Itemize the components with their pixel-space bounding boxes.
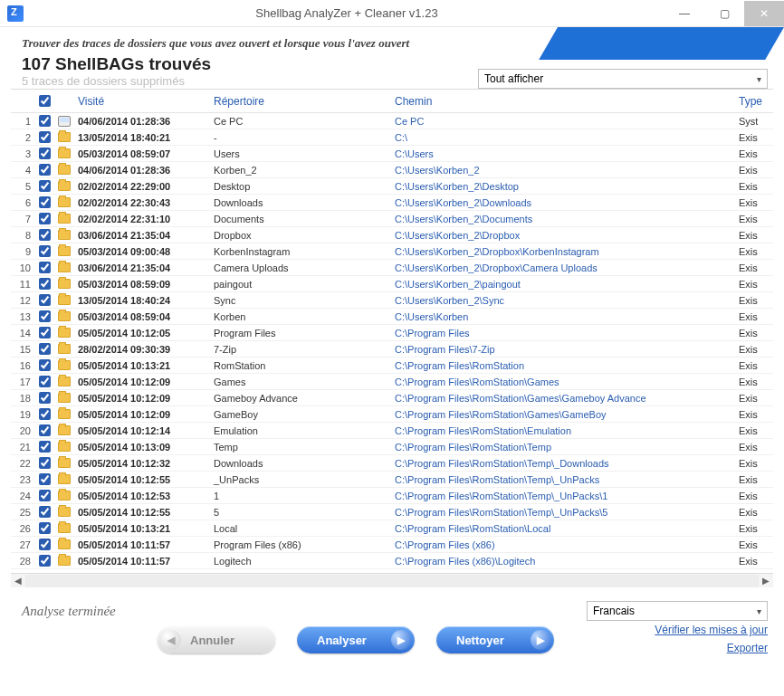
col-check-header[interactable] <box>34 95 54 107</box>
row-checkbox-cell[interactable] <box>34 490 54 501</box>
row-checkbox-cell[interactable] <box>34 164 54 176</box>
row-checkbox-cell[interactable] <box>34 343 54 355</box>
row-checkbox-cell[interactable] <box>34 245 54 257</box>
analyze-button[interactable]: Analyser ▶ <box>297 626 415 653</box>
table-row[interactable]: 2205/05/2014 10:12:32DownloadsC:\Program… <box>11 455 773 472</box>
language-dropdown[interactable]: Francais ▾ <box>587 601 768 621</box>
row-checkbox[interactable] <box>39 164 51 176</box>
select-all-checkbox[interactable] <box>39 95 51 107</box>
row-checkbox-cell[interactable] <box>34 115 54 127</box>
table-row[interactable]: 1003/06/2014 21:35:04Camera UploadsC:\Us… <box>11 260 773 276</box>
row-checkbox[interactable] <box>39 522 51 534</box>
row-checkbox[interactable] <box>39 310 51 322</box>
row-checkbox[interactable] <box>39 408 51 420</box>
row-checkbox[interactable] <box>39 473 51 485</box>
table-row[interactable]: 1105/03/2014 08:59:09paingoutC:\Users\Ko… <box>11 276 773 292</box>
table-row[interactable]: 1805/05/2014 10:12:09Gameboy AdvanceC:\P… <box>11 390 773 406</box>
table-row[interactable]: 803/06/2014 21:35:04DropboxC:\Users\Korb… <box>11 227 773 243</box>
table-row[interactable]: 2805/05/2014 10:11:57LogitechC:\Program … <box>11 553 773 569</box>
row-checkbox-cell[interactable] <box>34 359 54 371</box>
row-checkbox[interactable] <box>39 539 51 550</box>
table-row[interactable]: 1405/05/2014 10:12:05Program FilesC:\Pro… <box>11 325 773 341</box>
table-row[interactable]: 213/05/2014 18:40:21-C:\Exis <box>11 129 773 146</box>
row-checkbox-cell[interactable] <box>34 457 54 469</box>
col-visite-header[interactable]: Visité <box>74 95 210 108</box>
maximize-button[interactable]: ▢ <box>704 1 744 26</box>
table-row[interactable]: 905/03/2014 09:00:48KorbenInstagramC:\Us… <box>11 243 773 260</box>
row-checkbox[interactable] <box>39 506 51 518</box>
row-checkbox-cell[interactable] <box>34 310 54 322</box>
table-row[interactable]: 2005/05/2014 10:12:14EmulationC:\Program… <box>11 423 773 439</box>
row-checkbox-cell[interactable] <box>34 522 54 534</box>
table-row[interactable]: 305/03/2014 08:59:07UsersC:\UsersExis <box>11 146 773 162</box>
minimize-button[interactable]: — <box>664 1 704 26</box>
row-checkbox-cell[interactable] <box>34 148 54 159</box>
row-checkbox-cell[interactable] <box>34 327 54 338</box>
table-row[interactable]: 104/06/2014 01:28:36Ce PCCe PCSyst <box>11 113 773 129</box>
row-checkbox[interactable] <box>39 229 51 241</box>
row-checkbox-cell[interactable] <box>34 131 54 143</box>
row-checkbox[interactable] <box>39 457 51 469</box>
scroll-left-arrow-icon[interactable]: ◀ <box>11 576 25 586</box>
row-checkbox[interactable] <box>39 359 51 371</box>
row-checkbox[interactable] <box>39 294 51 306</box>
export-link[interactable]: Exporter <box>727 642 768 654</box>
table-row[interactable]: 2505/05/2014 10:12:555C:\Program Files\R… <box>11 504 773 520</box>
table-row[interactable]: 2305/05/2014 10:12:55_UnPacksC:\Program … <box>11 472 773 488</box>
row-checkbox-cell[interactable] <box>34 473 54 485</box>
row-checkbox-cell[interactable] <box>34 180 54 192</box>
row-checkbox[interactable] <box>39 392 51 404</box>
table-row[interactable]: 2605/05/2014 10:13:21LocalC:\Program Fil… <box>11 520 773 537</box>
row-checkbox-cell[interactable] <box>34 278 54 290</box>
row-checkbox[interactable] <box>39 180 51 192</box>
table-row[interactable]: 2105/05/2014 10:13:09TempC:\Program File… <box>11 439 773 455</box>
row-checkbox-cell[interactable] <box>34 376 54 387</box>
row-checkbox[interactable] <box>39 245 51 257</box>
row-checkbox[interactable] <box>39 262 51 273</box>
col-type-header[interactable]: Type <box>735 95 773 108</box>
row-checkbox-cell[interactable] <box>34 392 54 404</box>
row-checkbox[interactable] <box>39 327 51 338</box>
table-row[interactable]: 1213/05/2014 18:40:24SyncC:\Users\Korben… <box>11 292 773 309</box>
clean-button[interactable]: Nettoyer ▶ <box>436 626 554 653</box>
row-checkbox[interactable] <box>39 148 51 159</box>
row-checkbox-cell[interactable] <box>34 408 54 420</box>
filter-dropdown[interactable]: Tout afficher ▾ <box>478 69 768 89</box>
row-checkbox-cell[interactable] <box>34 294 54 306</box>
horizontal-scrollbar[interactable]: ◀ ▶ <box>11 573 773 587</box>
row-checkbox[interactable] <box>39 490 51 501</box>
table-row[interactable]: 502/02/2014 22:29:00DesktopC:\Users\Korb… <box>11 178 773 195</box>
close-button[interactable]: ✕ <box>744 1 784 26</box>
row-checkbox-cell[interactable] <box>34 506 54 518</box>
row-checkbox[interactable] <box>39 196 51 208</box>
row-checkbox-cell[interactable] <box>34 539 54 550</box>
table-row[interactable]: 404/06/2014 01:28:36Korben_2C:\Users\Kor… <box>11 162 773 178</box>
row-checkbox-cell[interactable] <box>34 229 54 241</box>
row-checkbox-cell[interactable] <box>34 555 54 567</box>
cancel-button[interactable]: ◀ Annuler <box>158 626 275 653</box>
col-repertoire-header[interactable]: Répertoire <box>210 95 391 108</box>
row-checkbox[interactable] <box>39 343 51 355</box>
row-checkbox-cell[interactable] <box>34 424 54 436</box>
row-checkbox-cell[interactable] <box>34 441 54 453</box>
table-row[interactable]: 1605/05/2014 10:13:21RomStationC:\Progra… <box>11 358 773 374</box>
row-checkbox[interactable] <box>39 424 51 436</box>
row-checkbox[interactable] <box>39 555 51 567</box>
table-row[interactable]: 602/02/2014 22:30:43DownloadsC:\Users\Ko… <box>11 195 773 211</box>
col-chemin-header[interactable]: Chemin <box>391 95 735 108</box>
table-row[interactable]: 1305/03/2014 08:59:04KorbenC:\Users\Korb… <box>11 309 773 325</box>
scroll-track[interactable] <box>25 575 759 587</box>
row-checkbox-cell[interactable] <box>34 262 54 273</box>
row-checkbox[interactable] <box>39 441 51 453</box>
row-checkbox[interactable] <box>39 376 51 387</box>
table-row[interactable]: 1705/05/2014 10:12:09GamesC:\Program Fil… <box>11 374 773 390</box>
row-checkbox[interactable] <box>39 131 51 143</box>
row-checkbox[interactable] <box>39 278 51 290</box>
row-checkbox-cell[interactable] <box>34 196 54 208</box>
table-row[interactable]: 702/02/2014 22:31:10DocumentsC:\Users\Ko… <box>11 211 773 227</box>
row-checkbox-cell[interactable] <box>34 213 54 224</box>
row-checkbox[interactable] <box>39 115 51 127</box>
table-row[interactable]: 1905/05/2014 10:12:09GameBoyC:\Program F… <box>11 406 773 423</box>
check-updates-link[interactable]: Vérifier les mises à jour <box>655 624 768 636</box>
table-row[interactable]: 1528/02/2014 09:30:397-ZipC:\Program Fil… <box>11 341 773 358</box>
